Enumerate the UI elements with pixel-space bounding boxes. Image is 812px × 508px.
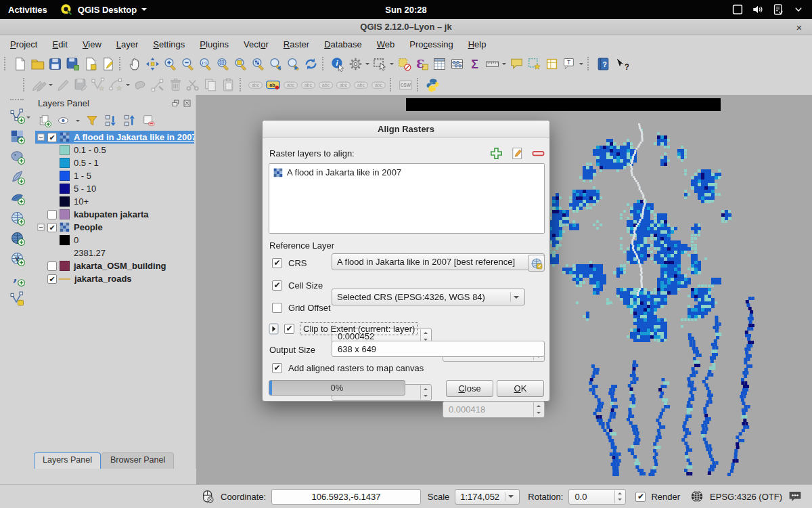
measure-icon-chevron[interactable] [501, 55, 508, 72]
new-bookmark-icon[interactable] [525, 55, 543, 72]
copy-features-icon[interactable] [202, 76, 219, 93]
tray-status-icon[interactable] [771, 3, 785, 16]
save-project-icon[interactable] [46, 55, 64, 72]
pan-to-selection-icon[interactable] [143, 55, 161, 72]
menu-layer[interactable]: Layer [110, 37, 145, 51]
add-spatialite-layer-icon[interactable] [8, 168, 26, 186]
add-circular-string-icon-chevron[interactable] [125, 76, 131, 93]
zoom-native-icon[interactable]: 1:1 [196, 55, 214, 72]
select-by-expression-icon[interactable]: Ɛ [413, 55, 430, 72]
layer-tree-item[interactable]: 5 - 10 [35, 182, 194, 195]
activities-button[interactable]: Activities [8, 5, 47, 15]
layer-visibility-checkbox[interactable] [47, 261, 57, 271]
cut-features-icon[interactable] [184, 76, 202, 93]
app-menu-button[interactable]: QGIS Desktop [60, 3, 147, 16]
add-mssql-layer-icon[interactable] [8, 188, 26, 206]
remove-layer-icon[interactable] [141, 112, 157, 129]
toggle-editing-icon[interactable] [54, 76, 72, 93]
add-delimited-text-icon[interactable]: , [8, 270, 26, 287]
field-calculator-icon[interactable] [448, 55, 466, 72]
ok-button[interactable]: OK [497, 380, 544, 397]
current-edits-icon[interactable] [30, 76, 47, 93]
layer-tree-item[interactable]: ✔A flood in Jakarta like in 2007 [35, 131, 194, 144]
measure-icon[interactable] [483, 55, 501, 72]
deselect-all-icon[interactable] [395, 55, 413, 72]
raster-layer-list[interactable]: A flood in Jakarta like in 2007 [269, 163, 545, 234]
collapse-all-icon[interactable] [122, 112, 138, 129]
tab-browser-panel[interactable]: Browser Panel [102, 452, 174, 469]
manage-visibility-icon[interactable] [55, 112, 72, 129]
layer-tree-item[interactable]: 0.5 - 1 [35, 156, 194, 169]
scale-combo[interactable]: 1:174,052 [455, 489, 520, 505]
statistics-icon[interactable]: Σ [466, 55, 483, 72]
text-annotation-icon[interactable]: T [560, 55, 578, 72]
layer-tree-item[interactable]: 0.1 - 0.5 [35, 144, 194, 156]
coordinate-capture-icon[interactable] [200, 489, 215, 504]
menu-view[interactable]: View [76, 37, 108, 51]
dialog-title[interactable]: Align Rasters [263, 121, 549, 137]
add-feature-icon[interactable] [89, 76, 107, 93]
messages-icon[interactable] [788, 489, 803, 504]
tray-volume-icon[interactable] [751, 3, 765, 16]
add-circular-string-icon[interactable] [107, 76, 125, 93]
move-feature-icon[interactable] [131, 76, 149, 93]
output-size-field[interactable]: 638 x 649 [332, 341, 545, 357]
menu-web[interactable]: Web [371, 37, 401, 51]
attribute-table-icon[interactable] [430, 55, 448, 72]
label-toolbar-icon-7[interactable]: abc [369, 76, 387, 93]
new-shapefile-layer-icon-chevron[interactable] [25, 108, 32, 126]
crs-status-text[interactable]: EPSG:4326 (OTF) [710, 492, 782, 502]
text-annotation-icon-chevron[interactable] [578, 55, 585, 72]
zoom-out-icon[interactable] [179, 55, 196, 72]
label-toolbar-icon-6[interactable]: abc [352, 76, 369, 93]
window-close-button[interactable]: × [792, 19, 807, 35]
add-vector-layer-icon[interactable] [8, 107, 26, 125]
python-console-icon[interactable] [424, 76, 441, 93]
label-toolbar-icon-5[interactable]: abc [334, 76, 352, 93]
zoom-last-icon[interactable] [267, 55, 284, 72]
rotation-spinbox[interactable]: 0.0 [568, 489, 626, 505]
zoom-to-selection-icon[interactable] [231, 55, 249, 72]
raster-list-item[interactable]: A flood in Jakarta like in 2007 [269, 164, 544, 177]
select-features-icon-chevron[interactable] [388, 55, 395, 72]
label-toolbar-icon-2[interactable]: abc [281, 76, 299, 93]
new-composer-icon[interactable] [81, 55, 99, 72]
label-toolbar-icon-4[interactable]: abc [317, 76, 334, 93]
render-checkbox[interactable]: ✔ [635, 492, 646, 502]
layer-visibility-checkbox[interactable] [47, 210, 57, 219]
csw-metasearch-icon[interactable]: CSW [397, 76, 414, 93]
select-features-icon[interactable] [371, 55, 388, 72]
layer-tree-item[interactable]: 0 [35, 234, 194, 247]
close-button[interactable]: Close [446, 380, 493, 397]
menu-plugins[interactable]: Plugins [194, 37, 235, 51]
crs-combo[interactable]: Selected CRS (EPSG:4326, WGS 84) [332, 289, 525, 305]
open-project-icon[interactable] [28, 55, 46, 72]
zoom-next-icon[interactable] [284, 55, 302, 72]
zoom-to-layer-icon[interactable] [249, 55, 267, 72]
clip-extent-label[interactable]: Clip to Extent (current: layer) [300, 322, 418, 335]
menu-project[interactable]: Project [4, 37, 43, 51]
menu-raster[interactable]: Raster [277, 37, 315, 51]
tray-chevron-icon[interactable] [792, 3, 805, 16]
tray-window-icon[interactable] [731, 3, 744, 16]
remove-raster-button[interactable] [531, 146, 545, 161]
layer-tree-item[interactable]: ✔People [35, 221, 194, 234]
add-wms-layer-icon[interactable] [8, 229, 26, 247]
panel-close-button[interactable] [183, 99, 191, 108]
show-bookmarks-icon[interactable] [543, 55, 560, 72]
pan-map-icon[interactable] [126, 55, 143, 72]
menu-edit[interactable]: Edit [46, 37, 73, 51]
expand-all-icon[interactable] [103, 112, 119, 129]
composer-manager-icon[interactable] [99, 55, 116, 72]
filter-legend-icon[interactable] [84, 112, 100, 129]
zoom-full-icon[interactable] [214, 55, 231, 72]
tree-expander-icon[interactable] [37, 224, 45, 231]
reference-layer-combo[interactable]: A flood in Jakarta like in 2007 [best re… [332, 253, 545, 270]
menu-vector[interactable]: Vector [238, 37, 275, 51]
layer-visibility-checkbox[interactable]: ✔ [47, 133, 57, 142]
coordinate-field[interactable]: 106.5923,-6.1437 [271, 489, 421, 505]
save-layer-edits-icon[interactable] [72, 76, 89, 93]
cell-size-checkbox[interactable]: ✔ [272, 280, 282, 291]
menu-help[interactable]: Help [462, 37, 493, 51]
label-toolbar-icon-3[interactable]: abc [299, 76, 317, 93]
